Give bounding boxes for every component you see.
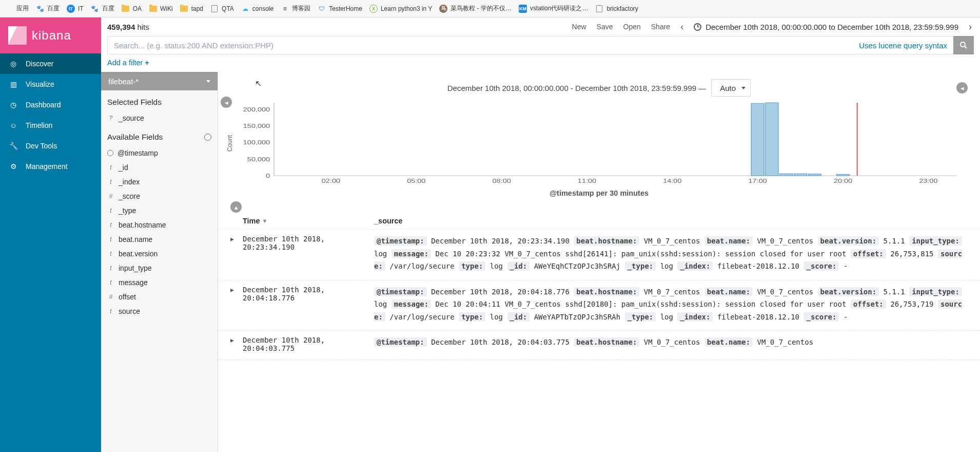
nav-discover[interactable]: ◎Discover bbox=[0, 53, 101, 74]
field-name: message bbox=[119, 278, 148, 287]
kv-value: VM_0_7_centos bbox=[757, 237, 814, 245]
bookmark-item[interactable]: 鸟菜鸟教程 - 学的不仅… bbox=[439, 4, 512, 13]
kv-key: message: bbox=[391, 249, 431, 258]
field-name: offset bbox=[119, 293, 136, 301]
bookmark-item[interactable]: 🛡TesterHome bbox=[318, 5, 362, 13]
field-beat.hostname[interactable]: tbeat.hostname bbox=[101, 218, 218, 232]
doc-time: December 10th 2018, 20:04:03.775 bbox=[243, 336, 374, 352]
bookmark-label: QTA bbox=[222, 5, 234, 12]
field-source[interactable]: tsource bbox=[101, 304, 218, 318]
interval-select[interactable]: Auto bbox=[711, 79, 751, 97]
svg-rect-18 bbox=[766, 103, 778, 176]
bookmark-item[interactable]: XLearn python3 in Y bbox=[369, 5, 433, 13]
histogram-svg: 050,000100,000150,000200,00002:0005:0008… bbox=[233, 100, 964, 187]
baidu-icon: 🐾 bbox=[91, 5, 99, 13]
share-button[interactable]: Share bbox=[651, 23, 670, 31]
svg-text:50,000: 50,000 bbox=[247, 156, 270, 162]
field-_score[interactable]: #_score bbox=[101, 189, 218, 203]
expand-row-icon[interactable]: ▸ bbox=[230, 286, 243, 324]
bookmark-item[interactable]: 🐾百度 bbox=[36, 4, 60, 13]
svg-rect-17 bbox=[751, 103, 764, 176]
field-beat.version[interactable]: tbeat.version bbox=[101, 247, 218, 261]
text-type-icon: t bbox=[107, 265, 114, 272]
expand-row-icon[interactable]: ▸ bbox=[230, 235, 243, 273]
page-icon bbox=[595, 5, 603, 13]
cnblog-icon: ≡ bbox=[281, 5, 289, 13]
svg-text:14:00: 14:00 bbox=[663, 178, 681, 184]
nav-label: Visualize bbox=[26, 80, 54, 88]
bookmark-item[interactable]: ITIT bbox=[67, 5, 84, 13]
field-name: beat.name bbox=[119, 235, 152, 243]
kv-key: _index: bbox=[677, 312, 713, 322]
histogram-chart[interactable]: Count 050,000100,000150,000200,00002:000… bbox=[218, 100, 980, 187]
kv-key: _type: bbox=[625, 312, 656, 322]
nav-label: Dashboard bbox=[26, 101, 61, 109]
new-button[interactable]: New bbox=[572, 23, 586, 31]
bookmark-item[interactable]: OA bbox=[122, 5, 142, 13]
open-button[interactable]: Open bbox=[623, 23, 641, 31]
field-message[interactable]: tmessage bbox=[101, 275, 218, 290]
kv-key: _index: bbox=[677, 261, 713, 271]
bookmark-item[interactable]: KMvstation代码研读之… bbox=[519, 4, 588, 13]
field-_index[interactable]: t_index bbox=[101, 175, 218, 189]
field-_id[interactable]: t_id bbox=[101, 160, 218, 175]
kv-value: VM_0_7_centos bbox=[644, 338, 700, 346]
collapse-chart-icon[interactable]: ▴ bbox=[230, 201, 242, 213]
bookmark-item[interactable]: ≡博客园 bbox=[281, 4, 310, 13]
fields-settings-icon[interactable] bbox=[204, 134, 211, 141]
expand-row-icon[interactable]: ▸ bbox=[230, 336, 243, 352]
field-name: _id bbox=[119, 163, 128, 172]
bookmark-item[interactable]: 应用 bbox=[5, 4, 29, 13]
svg-text:100,000: 100,000 bbox=[243, 139, 270, 146]
doc-source: @timestamp: December 10th 2018, 20:04:18… bbox=[374, 286, 968, 324]
legend-collapse-icon[interactable]: ◂ bbox=[956, 82, 968, 93]
kv-value: filebeat-2018.12.10 bbox=[717, 262, 799, 270]
bookmark-item[interactable]: tapd bbox=[180, 5, 203, 13]
nav-dev-tools[interactable]: 🔧Dev Tools bbox=[0, 136, 101, 156]
kibana-logo-mark bbox=[8, 26, 27, 45]
kv-value: VM_0_7_centos bbox=[757, 288, 814, 296]
nav-dashboard[interactable]: ◷Dashboard bbox=[0, 95, 101, 115]
field-@timestamp[interactable]: @timestamp bbox=[101, 146, 218, 160]
bookmark-item[interactable]: ☁console bbox=[241, 5, 273, 13]
kv-key: beat.hostname: bbox=[574, 287, 639, 296]
index-pattern-select[interactable]: filebeat-* bbox=[101, 72, 218, 90]
histogram-header: December 10th 2018, 00:00:00.000 - Decem… bbox=[218, 72, 980, 100]
search-input[interactable] bbox=[107, 36, 953, 54]
collapse-sidebar-icon[interactable]: ◂ bbox=[221, 97, 232, 108]
add-filter-link[interactable]: Add a filter + bbox=[107, 59, 149, 67]
text-type-icon: t bbox=[107, 308, 114, 315]
browser-bookmarks-bar: 应用🐾百度ITIT🐾百度OAWiKitapdQTA☁console≡博客园🛡Te… bbox=[0, 0, 980, 17]
kv-value: December 10th 2018, 20:04:03.775 bbox=[431, 338, 570, 346]
col-time[interactable]: Time▼ bbox=[243, 217, 374, 225]
doc-row: ▸December 10th 2018, 20:04:03.775 @times… bbox=[218, 331, 980, 360]
bookmark-item[interactable]: brickfactory bbox=[595, 5, 638, 13]
bookmark-item[interactable]: QTA bbox=[210, 5, 234, 13]
field-name: _index bbox=[119, 178, 140, 186]
kibana-logo[interactable]: kibana bbox=[0, 17, 101, 53]
nav-visualize[interactable]: ▥Visualize bbox=[0, 74, 101, 95]
time-next-icon[interactable]: › bbox=[969, 22, 972, 32]
field-_type[interactable]: t_type bbox=[101, 203, 218, 218]
kv-value: log bbox=[374, 250, 387, 258]
gear-icon: ⚙ bbox=[8, 161, 18, 172]
text-type-icon: t bbox=[107, 236, 114, 243]
page-icon bbox=[210, 5, 219, 13]
time-range-picker[interactable]: December 10th 2018, 00:00:00.000 to Dece… bbox=[694, 23, 958, 31]
bookmark-label: TesterHome bbox=[329, 5, 362, 12]
field-beat.name[interactable]: tbeat.name bbox=[101, 232, 218, 247]
field-_source[interactable]: ?_source bbox=[101, 111, 218, 125]
svg-text:200,000: 200,000 bbox=[243, 106, 270, 113]
search-button[interactable] bbox=[953, 36, 974, 54]
folder-icon bbox=[122, 5, 130, 13]
save-button[interactable]: Save bbox=[597, 23, 613, 31]
field-offset[interactable]: #offset bbox=[101, 290, 218, 304]
field-input_type[interactable]: tinput_type bbox=[101, 261, 218, 275]
nav-timelion[interactable]: ☺Timelion bbox=[0, 115, 101, 136]
cloud-icon: ☁ bbox=[241, 5, 249, 13]
bookmark-item[interactable]: 🐾百度 bbox=[91, 4, 114, 13]
nav-management[interactable]: ⚙Management bbox=[0, 156, 101, 177]
kv-value: Dec 10 20:23:32 VM_0_7_centos sshd[26141… bbox=[436, 250, 847, 258]
time-prev-icon[interactable]: ‹ bbox=[680, 22, 683, 32]
bookmark-item[interactable]: WiKi bbox=[149, 5, 173, 13]
